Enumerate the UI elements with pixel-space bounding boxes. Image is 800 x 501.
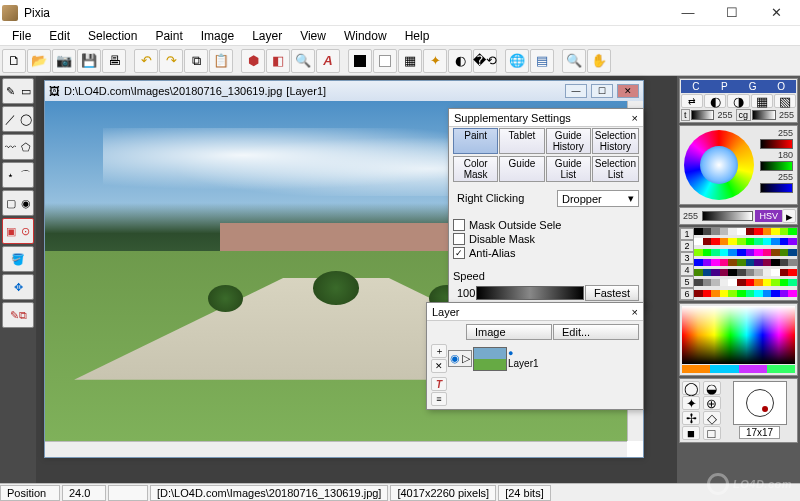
speed-slider[interactable] <box>476 286 584 300</box>
tab-guide-list[interactable]: Guide List <box>546 156 591 182</box>
layer-image-button[interactable]: Image <box>466 324 552 340</box>
free-tool-icon[interactable]: 〰 <box>3 135 18 159</box>
zoom-tool-icon[interactable]: 🔍 <box>291 49 315 73</box>
spectrum-picker[interactable] <box>682 306 795 364</box>
brush-opt4-icon[interactable]: ⊕ <box>703 396 721 410</box>
tab-paint[interactable]: Paint <box>453 128 498 154</box>
grid-icon[interactable]: ▦ <box>398 49 422 73</box>
supplementary-close-icon[interactable]: × <box>632 112 638 124</box>
grad-b[interactable] <box>710 365 738 373</box>
text-icon[interactable]: A <box>316 49 340 73</box>
grad-c[interactable] <box>739 365 767 373</box>
menu-view[interactable]: View <box>292 27 334 45</box>
pal-4[interactable]: 4 <box>680 264 694 276</box>
layer-del-icon[interactable]: ✕ <box>431 359 447 373</box>
tab-guide[interactable]: Guide <box>499 156 544 182</box>
doc-minimize-button[interactable]: — <box>565 84 587 98</box>
grad-a[interactable] <box>682 365 710 373</box>
v-slider[interactable] <box>702 211 753 221</box>
tab-guide-history[interactable]: Guide History <box>546 128 591 154</box>
pal-5[interactable]: 5 <box>680 276 694 288</box>
pal-3[interactable]: 3 <box>680 252 694 264</box>
redo-icon[interactable]: ↷ <box>159 49 183 73</box>
tex2-icon[interactable]: ▧ <box>774 94 796 108</box>
line-tool-icon[interactable]: ／ <box>3 107 18 131</box>
poly-tool-icon[interactable]: ⬠ <box>18 135 33 159</box>
check-mask-outside[interactable]: Mask Outside Sele <box>449 218 643 232</box>
b-slider[interactable] <box>760 183 793 193</box>
layer-flag-icon[interactable]: ▷ <box>462 352 470 365</box>
layer-text-icon[interactable]: T <box>431 377 447 391</box>
swatch-a-icon[interactable]: ◐ <box>704 94 726 108</box>
open-icon[interactable]: 📂 <box>27 49 51 73</box>
undo-icon[interactable]: ↶ <box>134 49 158 73</box>
tab-tablet[interactable]: Tablet <box>499 128 544 154</box>
minimize-button[interactable]: — <box>666 1 710 25</box>
mode-p[interactable]: P <box>711 81 739 92</box>
pal-1[interactable]: 1 <box>680 228 694 240</box>
doc-close-button[interactable]: ✕ <box>617 84 639 98</box>
layer-edit-button[interactable]: Edit... <box>553 324 639 340</box>
brush-opt3-icon[interactable]: ✦ <box>682 396 700 410</box>
menu-layer[interactable]: Layer <box>244 27 290 45</box>
magnify-icon[interactable]: 🔍 <box>562 49 586 73</box>
hsv-button[interactable]: HSV <box>755 210 782 222</box>
check-anti-alias[interactable]: ✓Anti-Alias <box>449 246 643 260</box>
menu-file[interactable]: File <box>4 27 39 45</box>
eraser-icon[interactable]: ◧ <box>266 49 290 73</box>
brush-opt8-icon[interactable]: □ <box>703 426 721 440</box>
right-click-dropdown[interactable]: Dropper▾ <box>557 190 639 207</box>
transform-icon[interactable]: �⟲ <box>473 49 497 73</box>
copy-icon[interactable]: ⧉ <box>184 49 208 73</box>
move-tool-icon[interactable]: ✥ <box>2 274 34 300</box>
brush-opt5-icon[interactable]: ✢ <box>682 411 700 425</box>
maximize-button[interactable]: ☐ <box>710 1 754 25</box>
brush-preview[interactable] <box>733 381 787 425</box>
menu-image[interactable]: Image <box>193 27 242 45</box>
fastest-button[interactable]: Fastest <box>585 285 639 301</box>
camera-icon[interactable]: 📷 <box>52 49 76 73</box>
layer-add-icon[interactable]: ＋ <box>431 344 447 358</box>
hsv-menu-icon[interactable]: ▸ <box>782 209 796 223</box>
menu-paint[interactable]: Paint <box>147 27 190 45</box>
layer-visible-icon[interactable]: ◉ <box>450 352 460 365</box>
oval-select-icon[interactable]: ◯ <box>18 107 33 131</box>
brush-opt6-icon[interactable]: ◇ <box>703 411 721 425</box>
layers-panel-icon[interactable]: ▤ <box>530 49 554 73</box>
brush-opt7-icon[interactable]: ■ <box>682 426 700 440</box>
close-button[interactable]: ✕ <box>754 1 798 25</box>
tab-selection-list[interactable]: Selection List <box>592 156 639 182</box>
hand-icon[interactable]: ✋ <box>587 49 611 73</box>
pal-2[interactable]: 2 <box>680 240 694 252</box>
menu-edit[interactable]: Edit <box>41 27 78 45</box>
tab-selection-history[interactable]: Selection History <box>592 128 639 154</box>
menu-window[interactable]: Window <box>336 27 395 45</box>
color-wheel[interactable] <box>684 130 754 200</box>
layer-name[interactable]: Layer1 <box>508 358 539 369</box>
bg-color-swatch[interactable] <box>373 49 397 73</box>
tex1-icon[interactable]: ▦ <box>751 94 773 108</box>
pal-6[interactable]: 6 <box>680 288 694 300</box>
brush-opt2-icon[interactable]: ◒ <box>703 381 721 395</box>
pencil-tool-icon[interactable]: ✎ <box>3 79 18 103</box>
tab-color-mask[interactable]: Color Mask <box>453 156 498 182</box>
swatch-b-icon[interactable]: ◑ <box>727 94 749 108</box>
menu-help[interactable]: Help <box>397 27 438 45</box>
mode-o[interactable]: O <box>768 81 796 92</box>
new-icon[interactable]: 🗋 <box>2 49 26 73</box>
grad-d[interactable] <box>767 365 795 373</box>
paste-icon[interactable]: 📋 <box>209 49 233 73</box>
doc-maximize-button[interactable]: ☐ <box>591 84 613 98</box>
color-adjust-icon[interactable]: ◐ <box>448 49 472 73</box>
layer-menu-icon[interactable]: ≡ <box>431 392 447 406</box>
document-titlebar[interactable]: 🖼 D:\LO4D.com\Images\20180716_130619.jpg… <box>45 81 643 101</box>
bucket-tool-icon[interactable]: 🪣 <box>2 246 34 272</box>
wand-tool-icon[interactable]: ⋆ <box>3 163 18 187</box>
closed-shape-icon[interactable]: ◉ <box>18 191 33 215</box>
lasso-tool-icon[interactable]: ⌒ <box>18 163 33 187</box>
swap-icon[interactable]: ⇄ <box>681 94 703 108</box>
color-palette[interactable] <box>694 228 797 300</box>
rect-select-icon[interactable]: ▭ <box>18 79 33 103</box>
shape-tool-icon[interactable]: ▢ <box>3 191 18 215</box>
g-slider[interactable] <box>760 161 793 171</box>
